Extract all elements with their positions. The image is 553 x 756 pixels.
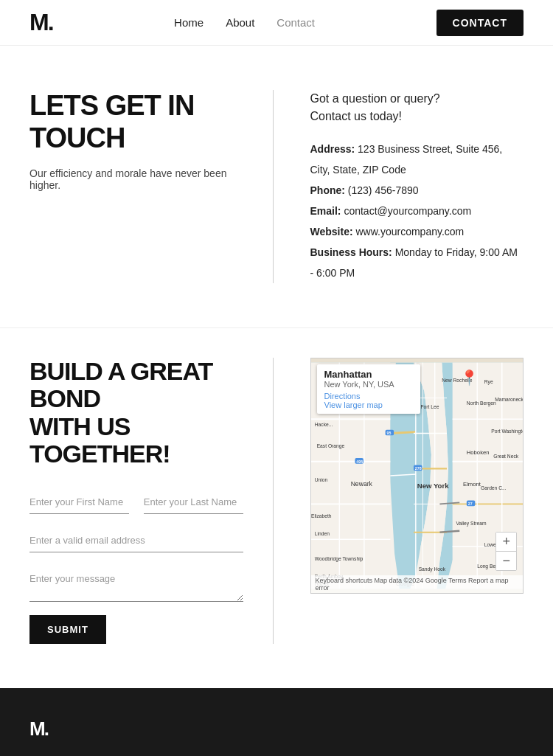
message-field-wrap [29, 567, 243, 605]
svg-text:Union: Union [314, 477, 327, 482]
svg-line-13 [390, 432, 416, 434]
map-popup: Manhattan New York, NY, USA Directions V… [317, 364, 420, 414]
name-fields-row [29, 490, 243, 514]
map-container[interactable]: Newark New York Hoboken Elmont Bloomfiel… [310, 358, 524, 594]
email-input[interactable] [29, 529, 243, 552]
email-value: contact@yourcompany.com [344, 205, 471, 217]
svg-text:New York: New York [417, 482, 448, 490]
website-row: Website: www.yourcompany.com [310, 221, 524, 242]
form-map-section: BUILD A GREAT BOND WITH US TOGETHER! SUB… [0, 327, 553, 688]
svg-text:Rye: Rye [484, 379, 493, 385]
nav-links: Home About Contact [174, 16, 315, 29]
svg-text:Woodbridge Township: Woodbridge Township [314, 556, 363, 562]
map-popup-subtitle: New York, NY, USA [324, 380, 413, 389]
svg-text:Hoboken: Hoboken [466, 449, 489, 456]
phone-row: Phone: (123) 456-7890 [310, 180, 524, 201]
svg-text:Valley Stream: Valley Stream [456, 521, 487, 527]
firstname-field [29, 490, 129, 514]
contact-main-heading: LETS GET IN TOUCH [29, 90, 243, 154]
contact-form-area: BUILD A GREAT BOND WITH US TOGETHER! SUB… [29, 358, 274, 644]
map-zoom-controls: + − [495, 532, 517, 571]
email-row: Email: contact@yourcompany.com [310, 201, 524, 221]
svg-text:495: 495 [356, 460, 363, 464]
website-value: www.yourcompany.com [355, 226, 464, 237]
map-area: Newark New York Hoboken Elmont Bloomfiel… [274, 358, 524, 644]
message-input[interactable] [29, 567, 243, 602]
zoom-out-button[interactable]: − [496, 552, 516, 570]
svg-text:Sandy Hook: Sandy Hook [418, 566, 445, 572]
svg-text:North Bergen: North Bergen [466, 400, 495, 406]
zoom-in-button[interactable]: + [496, 533, 516, 552]
form-heading: BUILD A GREAT BOND WITH US TOGETHER! [29, 358, 243, 468]
svg-text:Elizabeth: Elizabeth [311, 514, 332, 519]
svg-text:Elmont: Elmont [463, 481, 481, 488]
nav-about[interactable]: About [226, 16, 254, 29]
svg-text:Great Neck: Great Neck [493, 454, 518, 459]
contact-intro: Got a question or query? Contact us toda… [310, 90, 524, 125]
map-larger-link[interactable]: View larger map [324, 400, 383, 409]
nav-home[interactable]: Home [174, 16, 204, 29]
svg-text:Garden C...: Garden C... [481, 485, 507, 490]
svg-text:Fort Lee: Fort Lee [420, 404, 439, 409]
email-label: Email: [310, 205, 341, 217]
svg-text:Port Washington: Port Washington [491, 429, 523, 435]
phone-value: (123) 456-7890 [348, 184, 419, 196]
svg-text:95: 95 [386, 431, 391, 435]
phone-label: Phone: [310, 184, 345, 196]
lastname-input[interactable] [144, 490, 243, 514]
svg-text:Mamaroneck: Mamaroneck [495, 397, 523, 402]
nav-contact[interactable]: Contact [276, 16, 315, 29]
contact-info-section: LETS GET IN TOUCH Our efficiency and mor… [0, 46, 553, 327]
map-popup-actions: Directions [324, 392, 413, 400]
svg-text:Linden: Linden [314, 531, 329, 536]
svg-text:Hacke...: Hacke... [314, 422, 333, 427]
firstname-input[interactable] [29, 490, 129, 514]
website-label: Website: [310, 226, 353, 237]
address-row: Address: 123 Business Street, Suite 456,… [310, 139, 524, 180]
email-field-wrap [29, 529, 243, 552]
hours-label: Business Hours: [310, 246, 392, 258]
map-attribution: Keyboard shortcuts Map data ©2024 Google… [311, 575, 524, 593]
svg-text:278: 278 [414, 466, 421, 471]
submit-button[interactable]: SUBMIT [29, 615, 106, 644]
footer-logo: M. [29, 718, 524, 741]
footer: M. ADDRESS 123 Business Street, Suite 45… [0, 688, 553, 756]
map-pin-icon: 📍 [460, 369, 479, 386]
hours-row: Business Hours: Monday to Friday, 9:00 A… [310, 242, 524, 283]
svg-text:27: 27 [467, 502, 472, 506]
map-directions-link[interactable]: Directions [324, 392, 361, 400]
contact-subheading: Our efficiency and morale have never bee… [29, 167, 243, 191]
svg-text:East Orange: East Orange [316, 443, 344, 449]
svg-text:Newark: Newark [350, 480, 372, 488]
map-popup-title: Manhattan [324, 369, 413, 380]
navbar: M. Home About Contact CONTACT [0, 0, 553, 46]
address-label: Address: [310, 143, 355, 155]
contact-heading-area: LETS GET IN TOUCH Our efficiency and mor… [29, 90, 274, 283]
logo: M. [29, 9, 53, 36]
lastname-field [144, 490, 243, 514]
nav-contact-button[interactable]: CONTACT [437, 10, 524, 36]
contact-info-list: Address: 123 Business Street, Suite 456,… [310, 139, 524, 283]
contact-details-area: Got a question or query? Contact us toda… [274, 90, 524, 283]
